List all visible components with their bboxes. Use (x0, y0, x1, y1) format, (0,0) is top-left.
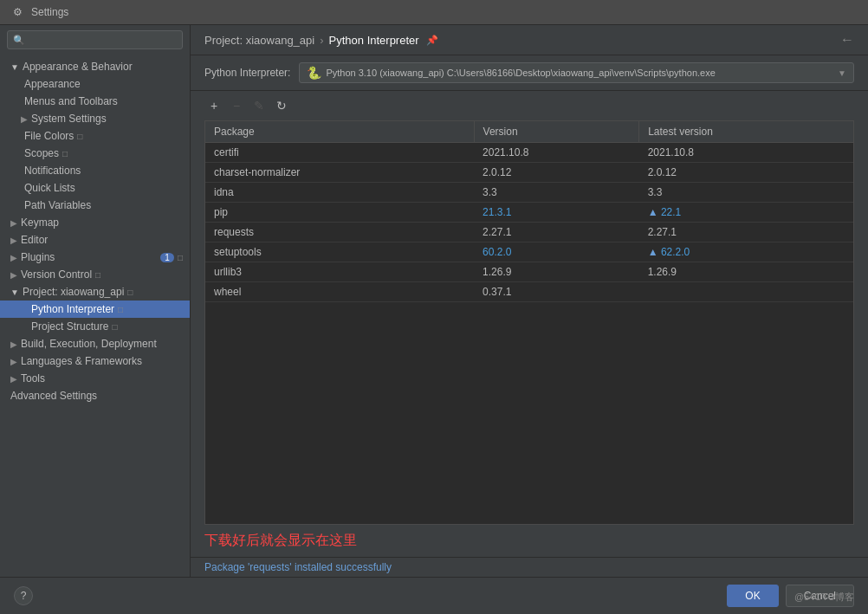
latest-version-cell: ▲ 62.2.0 (639, 242, 853, 262)
scopes-icon: □ (62, 149, 68, 158)
edit-package-button[interactable]: ✎ (249, 96, 269, 115)
dialog-footer: ? OK Cancel (0, 577, 868, 614)
sidebar-item-file-colors[interactable]: File Colors □ (0, 127, 190, 145)
table-row[interactable]: idna3.33.3 (205, 183, 853, 203)
panel-header: Project: xiaowang_api › Python Interpret… (191, 25, 868, 55)
vc-icon: □ (95, 270, 100, 280)
search-icon: 🔍 (13, 35, 25, 46)
version-cell: 2.27.1 (474, 223, 639, 242)
sidebar-item-tools[interactable]: ▶ Tools (0, 370, 190, 387)
latest-version-cell: ▲ 22.1 (639, 203, 853, 223)
sidebar-label: Appearance & Behavior (23, 61, 133, 73)
pin-icon: 📌 (426, 35, 438, 46)
sidebar-item-advanced-settings[interactable]: Advanced Settings (0, 387, 190, 404)
version-cell: 0.37.1 (474, 282, 639, 302)
arrow-icon: ▶ (10, 218, 17, 228)
search-box[interactable]: 🔍 (7, 30, 183, 49)
version-cell: 2.0.12 (474, 163, 639, 183)
arrow-icon: ▶ (21, 114, 28, 124)
table-row[interactable]: wheel0.37.1 (205, 282, 853, 302)
package-table: Package Version Latest version certifi20… (205, 121, 853, 302)
sidebar-item-project[interactable]: ▼ Project: xiaowang_api □ (0, 283, 190, 301)
package-name-cell: charset-normalizer (205, 163, 474, 183)
arrow-icon: ▶ (10, 339, 17, 349)
expand-arrow: ▼ (10, 62, 19, 72)
table-row[interactable]: setuptools60.2.0▲ 62.2.0 (205, 242, 853, 262)
back-button[interactable]: ← (840, 32, 854, 48)
plugins-icon: □ (178, 253, 183, 262)
project-structure-icon: □ (112, 322, 117, 332)
latest-version-cell: 2.0.12 (639, 163, 853, 183)
package-name-cell: requests (205, 223, 474, 242)
help-button[interactable]: ? (14, 586, 33, 605)
edit-icon: ✎ (254, 99, 264, 113)
sidebar-item-editor[interactable]: ▶ Editor (0, 231, 190, 249)
breadcrumb-project: Project: xiaowang_api (204, 34, 314, 47)
table-row[interactable]: requests2.27.12.27.1 (205, 223, 853, 242)
latest-version-cell: 3.3 (639, 183, 853, 203)
table-row[interactable]: pip21.3.1▲ 22.1 (205, 203, 853, 223)
ok-button[interactable]: OK (727, 585, 778, 607)
remove-package-button[interactable]: − (227, 96, 246, 115)
plugins-badge: 1 (160, 253, 174, 262)
interpreter-bar: Python Interpreter: 🐍 Python 3.10 (xiaow… (191, 55, 868, 91)
col-header-package[interactable]: Package (205, 121, 474, 143)
sidebar-item-path-variables[interactable]: Path Variables (0, 197, 190, 214)
table-row[interactable]: charset-normalizer2.0.122.0.12 (205, 163, 853, 183)
table-row[interactable]: certifi2021.10.82021.10.8 (205, 143, 853, 163)
add-package-button[interactable]: + (204, 96, 223, 115)
version-cell: 60.2.0 (474, 242, 639, 262)
interpreter-value: Python 3.10 (xiaowang_api) C:\Users\8616… (326, 68, 715, 78)
sidebar-item-languages[interactable]: ▶ Languages & Frameworks (0, 352, 190, 370)
arrow-icon: ▶ (10, 253, 17, 262)
project-icon: □ (127, 288, 133, 297)
col-header-version[interactable]: Version (474, 121, 639, 143)
package-name-cell: urllib3 (205, 262, 474, 282)
version-cell: 1.26.9 (474, 262, 639, 282)
sidebar-item-menus-toolbars[interactable]: Menus and Toolbars (0, 93, 190, 110)
arrow-icon: ▶ (10, 270, 17, 280)
title-text: Settings (31, 6, 68, 18)
arrow-icon: ▶ (10, 374, 17, 384)
latest-version-cell (639, 282, 853, 302)
package-name-cell: idna (205, 183, 474, 203)
col-header-latest[interactable]: Latest version (639, 121, 853, 143)
sidebar-item-quick-lists[interactable]: Quick Lists (0, 179, 190, 197)
arrow-icon: ▶ (10, 236, 17, 245)
sidebar-item-notifications[interactable]: Notifications (0, 162, 190, 179)
expand-arrow: ▼ (10, 288, 19, 297)
sidebar-item-appearance-behavior[interactable]: ▼ Appearance & Behavior (0, 58, 190, 75)
interpreter-select[interactable]: 🐍 Python 3.10 (xiaowang_api) C:\Users\86… (299, 62, 854, 83)
right-panel: Project: xiaowang_api › Python Interpret… (191, 25, 868, 577)
nav-tree: ▼ Appearance & Behavior Appearance Menus… (0, 55, 190, 577)
refresh-packages-button[interactable]: ↻ (272, 96, 291, 115)
sidebar-item-version-control[interactable]: ▶ Version Control □ (0, 266, 190, 283)
settings-icon: ⚙ (10, 5, 24, 19)
table-row[interactable]: urllib31.26.91.26.9 (205, 262, 853, 282)
breadcrumb: Project: xiaowang_api › Python Interpret… (204, 34, 438, 47)
package-name-cell: setuptools (205, 242, 474, 262)
version-cell: 21.3.1 (474, 203, 639, 223)
sidebar-item-build[interactable]: ▶ Build, Execution, Deployment (0, 335, 190, 352)
sidebar-item-system-settings[interactable]: ▶ System Settings (0, 110, 190, 127)
sidebar-item-scopes[interactable]: Scopes □ (0, 145, 190, 162)
sidebar-item-project-structure[interactable]: Project Structure □ (0, 318, 190, 335)
sidebar-item-appearance[interactable]: Appearance (0, 75, 190, 93)
sidebar-item-keymap[interactable]: ▶ Keymap (0, 214, 190, 231)
sidebar: 🔍 ▼ Appearance & Behavior Appearance Men… (0, 25, 191, 577)
watermark-text: @54OTO博客 (794, 591, 854, 604)
latest-version-cell: 2.27.1 (639, 223, 853, 242)
arrow-icon: ▶ (10, 357, 17, 366)
package-name-cell: certifi (205, 143, 474, 163)
title-bar: ⚙ Settings (0, 0, 868, 25)
update-arrow-icon: ▲ (648, 246, 658, 258)
python-interpreter-icon: □ (118, 305, 123, 314)
table-header-row: Package Version Latest version (205, 121, 853, 143)
search-input[interactable] (29, 34, 177, 46)
chevron-down-icon: ▼ (838, 68, 846, 78)
file-colors-icon: □ (77, 132, 82, 141)
sidebar-item-python-interpreter[interactable]: Python Interpreter □ (0, 301, 190, 318)
sidebar-item-plugins[interactable]: ▶ Plugins 1 □ (0, 249, 190, 266)
annotation-text: 下载好后就会显示在这里 (191, 525, 868, 557)
package-toolbar: + − ✎ ↻ (191, 91, 868, 120)
